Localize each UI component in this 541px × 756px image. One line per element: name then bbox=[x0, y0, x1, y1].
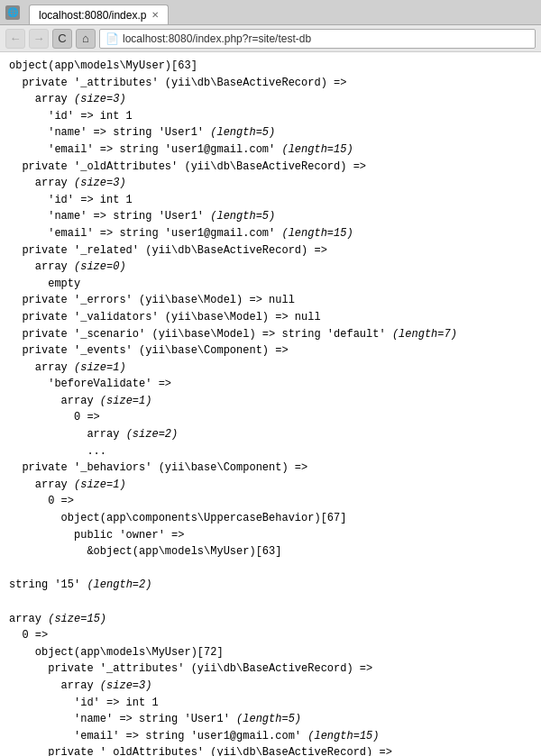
code-line: string '15' (length=2) bbox=[9, 577, 532, 594]
code-line: ... bbox=[9, 443, 532, 460]
code-line: 'email' => string 'user1@gmail.com' (len… bbox=[9, 225, 532, 242]
code-line: private '_behaviors' (yii\base\Component… bbox=[9, 460, 532, 477]
active-tab[interactable]: localhost:8080/index.p ✕ bbox=[29, 5, 169, 24]
reload-button[interactable]: C bbox=[52, 29, 72, 49]
code-line: array (size=1) bbox=[9, 360, 532, 377]
code-line: private '_validators' (yii\base\Model) =… bbox=[9, 309, 532, 326]
code-line: 'id' => int 1 bbox=[9, 108, 532, 125]
browser-icon: 🌐 bbox=[5, 5, 20, 20]
code-line: 0 => bbox=[9, 409, 532, 426]
code-line: 'beforeValidate' => bbox=[9, 376, 532, 393]
code-line: array (size=2) bbox=[9, 426, 532, 443]
code-line: 'name' => string 'User1' (length=5) bbox=[9, 124, 532, 141]
code-line: 0 => bbox=[9, 493, 532, 510]
code-line: object(app\models\MyUser)[72] bbox=[9, 644, 532, 661]
back-button[interactable]: ← bbox=[5, 29, 25, 49]
code-line: 'name' => string 'User1' (length=5) bbox=[9, 711, 532, 728]
code-line: 'email' => string 'user1@gmail.com' (len… bbox=[9, 728, 532, 745]
content-area: object(app\models\MyUser)[63] private '_… bbox=[0, 52, 541, 756]
code-line: private '_oldAttributes' (yii\db\BaseAct… bbox=[9, 159, 532, 176]
code-line: private '_attributes' (yii\db\BaseActive… bbox=[9, 75, 532, 92]
code-line: array (size=15) bbox=[9, 611, 532, 628]
code-line bbox=[9, 594, 532, 611]
code-line: private '_related' (yii\db\BaseActiveRec… bbox=[9, 242, 532, 260]
home-button[interactable]: ⌂ bbox=[76, 29, 96, 49]
code-line: 0 => bbox=[9, 627, 532, 644]
code-line: array (size=3) bbox=[9, 91, 532, 108]
code-line: empty bbox=[9, 276, 532, 293]
code-line: array (size=0) bbox=[9, 259, 532, 276]
code-line: &object(app\models\MyUser)[63] bbox=[9, 543, 532, 560]
tab-area: localhost:8080/index.p ✕ bbox=[29, 0, 169, 24]
code-line: array (size=3) bbox=[9, 678, 532, 695]
code-line: private '_errors' (yii\base\Model) => nu… bbox=[9, 292, 532, 309]
code-line: array (size=1) bbox=[9, 477, 532, 494]
code-line: public 'owner' => bbox=[9, 527, 532, 544]
tab-label: localhost:8080/index.p bbox=[39, 9, 146, 22]
code-line bbox=[9, 560, 532, 578]
code-line: 'id' => int 1 bbox=[9, 695, 532, 712]
code-line: object(app\models\MyUser)[63] bbox=[9, 58, 532, 75]
code-line: object(app\components\UppercaseBehavior)… bbox=[9, 510, 532, 527]
address-icon: 📄 bbox=[105, 32, 119, 45]
code-line: private '_scenario' (yii\base\Model) => … bbox=[9, 326, 532, 343]
code-line: private '_oldAttributes' (yii\db\BaseAct… bbox=[9, 744, 532, 756]
code-line: 'id' => int 1 bbox=[9, 192, 532, 209]
tab-close-button[interactable]: ✕ bbox=[151, 10, 159, 20]
address-text: localhost:8080/index.php?r=site/test-db bbox=[123, 32, 311, 45]
code-line: private '_events' (yii\base\Component) =… bbox=[9, 342, 532, 360]
navbar: ← → C ⌂ 📄 localhost:8080/index.php?r=sit… bbox=[0, 25, 541, 52]
code-line: array (size=3) bbox=[9, 175, 532, 192]
titlebar: 🌐 localhost:8080/index.p ✕ bbox=[0, 0, 541, 25]
code-line: 'name' => string 'User1' (length=5) bbox=[9, 208, 532, 225]
code-line: private '_attributes' (yii\db\BaseActive… bbox=[9, 660, 532, 678]
address-bar[interactable]: 📄 localhost:8080/index.php?r=site/test-d… bbox=[99, 29, 536, 49]
code-line: array (size=1) bbox=[9, 393, 532, 410]
code-line: 'email' => string 'user1@gmail.com' (len… bbox=[9, 141, 532, 159]
forward-button[interactable]: → bbox=[29, 29, 49, 49]
